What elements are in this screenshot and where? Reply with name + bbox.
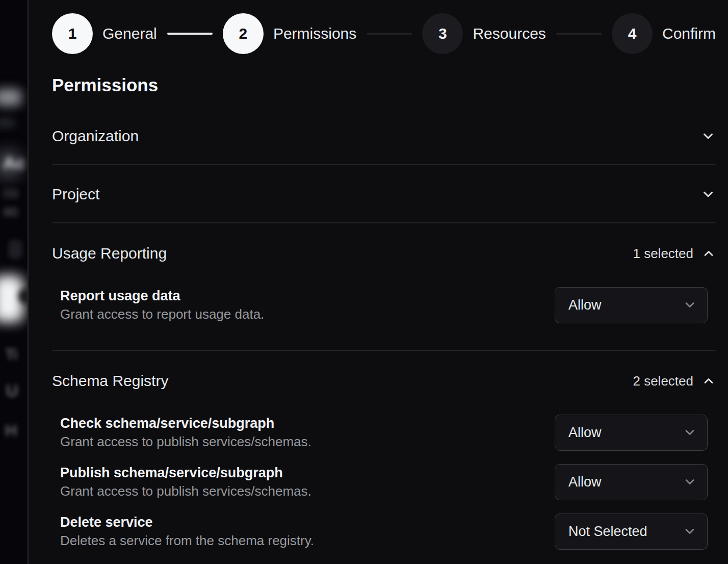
permission-level-select[interactable]: Not Selected [555, 514, 708, 550]
permission-text: Report usage data Grant access to report… [60, 287, 264, 323]
section-title: Project [52, 186, 99, 203]
step-permissions[interactable]: 2 Permissions [223, 13, 356, 54]
permission-level-select[interactable]: Allow [555, 464, 708, 500]
step-label: Resources [473, 25, 545, 42]
step-connector [167, 33, 213, 35]
chevron-down-icon [700, 187, 716, 202]
section-meta: 2 selected [633, 373, 716, 389]
permission-row-delete-service: Delete service Deletes a service from th… [52, 513, 716, 550]
wizard-stepper: 1 General 2 Permissions 3 Resources 4 Co… [52, 13, 716, 54]
permission-row-report-usage-data: Report usage data Grant access to report… [52, 287, 716, 323]
section-schema-registry-toggle[interactable]: Schema Registry 2 selected [52, 372, 716, 390]
permission-description: Deletes a service from the schema regist… [60, 531, 314, 550]
step-label: Permissions [273, 25, 356, 42]
permission-description: Grant access to publish services/schemas… [60, 432, 311, 451]
step-general[interactable]: 1 General [52, 13, 157, 54]
permission-level-select[interactable]: Allow [555, 415, 708, 451]
permission-title: Check schema/service/subgraph [60, 414, 311, 432]
section-organization: Organization [52, 109, 716, 165]
blurred-text-fragment: U [6, 381, 18, 400]
screen: Ac co as Ti U H 1 General 2 Permissions … [0, 0, 728, 564]
section-usage-reporting: Usage Reporting 1 selected Report usage … [52, 223, 716, 351]
blurred-text-fragment: co [3, 185, 18, 201]
select-value: Not Selected [568, 524, 647, 540]
selected-count: 1 selected [633, 246, 693, 262]
section-organization-toggle[interactable]: Organization [52, 127, 716, 145]
blurred-background-shape [8, 240, 22, 259]
step-label: Confirm [662, 25, 716, 42]
permission-text: Check schema/service/subgraph Grant acce… [60, 414, 311, 451]
section-project: Project [52, 165, 716, 223]
blurred-background-shape [0, 89, 21, 106]
chevron-down-icon [683, 298, 697, 312]
permission-level-select[interactable]: Allow [555, 287, 708, 323]
permission-list: Check schema/service/subgraph Grant acce… [52, 414, 716, 550]
permission-title: Report usage data [60, 287, 264, 305]
page-title: Permissions [52, 75, 716, 95]
permission-description: Grant access to publish services/schemas… [60, 482, 311, 500]
step-connector [367, 33, 412, 35]
permission-description: Grant access to report usage data. [60, 305, 264, 323]
section-title: Usage Reporting [52, 245, 167, 262]
section-schema-registry: Schema Registry 2 selected Check schema/… [52, 351, 716, 564]
permission-title: Delete service [60, 513, 314, 531]
wizard-panel: 1 General 2 Permissions 3 Resources 4 Co… [29, 0, 728, 564]
blurred-text-fragment: H [5, 421, 17, 440]
section-meta: 1 selected [633, 246, 716, 262]
section-title: Organization [52, 127, 139, 145]
chevron-down-icon [700, 129, 716, 144]
section-project-toggle[interactable]: Project [52, 186, 716, 203]
chevron-up-icon [701, 246, 716, 261]
step-label: General [102, 25, 157, 42]
permission-list: Report usage data Grant access to report… [52, 287, 716, 323]
chevron-down-icon [683, 425, 697, 440]
section-title: Schema Registry [52, 372, 168, 390]
permission-row-publish-schema: Publish schema/service/subgraph Grant ac… [52, 464, 716, 500]
step-number-badge: 2 [223, 13, 264, 54]
blurred-background-sidebar: Ac co as Ti U H [0, 0, 28, 564]
step-resources[interactable]: 3 Resources [422, 13, 545, 54]
select-value: Allow [568, 297, 602, 313]
step-number-badge: 1 [52, 13, 93, 54]
permission-text: Delete service Deletes a service from th… [60, 513, 314, 550]
permission-row-check-schema: Check schema/service/subgraph Grant acce… [52, 414, 716, 451]
blurred-background-shape [0, 118, 15, 127]
chevron-up-icon [701, 374, 716, 388]
chevron-down-icon [683, 475, 697, 489]
permission-text: Publish schema/service/subgraph Grant ac… [60, 464, 311, 500]
blurred-text-fragment: as [3, 203, 18, 219]
blurred-text-fragment: Ti [5, 346, 17, 363]
permission-title: Publish schema/service/subgraph [60, 464, 311, 482]
step-connector [556, 33, 602, 35]
chevron-down-icon [683, 524, 697, 539]
blurred-text-fragment: Ac [3, 153, 25, 173]
step-number-badge: 3 [422, 13, 463, 54]
select-value: Allow [568, 474, 602, 490]
selected-count: 2 selected [633, 373, 693, 389]
step-confirm[interactable]: 4 Confirm [612, 13, 716, 54]
select-value: Allow [568, 425, 602, 441]
section-usage-reporting-toggle[interactable]: Usage Reporting 1 selected [52, 245, 716, 262]
step-number-badge: 4 [612, 13, 653, 54]
